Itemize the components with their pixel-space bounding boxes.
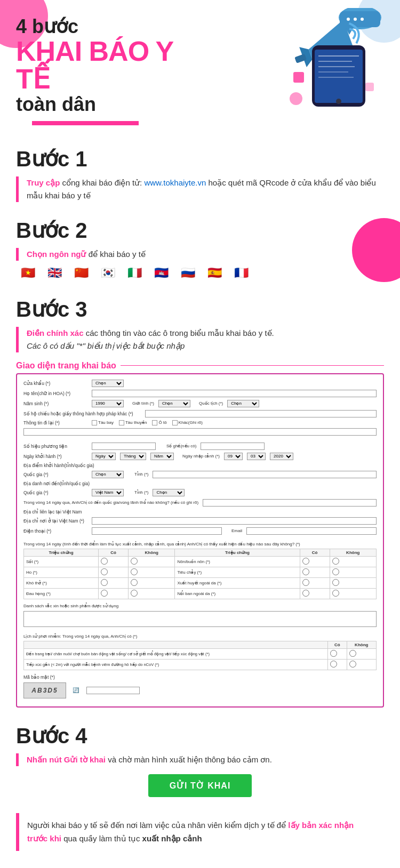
form-row-phone-email: Điện thoại (*) Email [23,527,377,535]
input-so-ghe[interactable] [201,443,265,450]
step4-text: và chờ màn hình xuất hiện thông báo cảm … [108,755,272,764]
input-dc-noi-o[interactable] [92,517,377,525]
step1-text1: cổng khai báo điện tử: [62,178,145,187]
input-vaccine[interactable] [23,611,377,627]
step1-content: Truy cập cổng khai báo điện tử: www.tokh… [16,176,384,202]
captcha-image: AB3D5 [23,682,66,698]
cell-xh-khong[interactable] [330,577,376,588]
cell-dh-co[interactable] [99,588,129,599]
input-ho-ten[interactable] [92,390,377,397]
step1-title: Bước 1 [16,147,384,171]
select-cua-khau[interactable]: Chọn [92,380,124,387]
th-trieu-chung-left: Triệu chứng [24,549,99,556]
symptom-kho-tho: Khó thở (*) [24,577,99,588]
select-tinh2[interactable]: Chọn [153,489,185,496]
cell-non-khong[interactable] [330,556,376,567]
form-row-cua-khau: Cửa khẩu (*) Chọn [23,380,377,387]
svg-point-2 [347,18,350,21]
symptom-ho: Ho (*) [24,567,99,577]
input-extra[interactable] [23,428,377,436]
select-gioi-tinh[interactable]: Chọn [158,400,190,407]
form-row-ho-ten: Họ tên(chữ in HOA) (*) [23,390,377,397]
select-qg2[interactable]: Việt Nam [92,489,124,496]
select-thang-nc[interactable]: 03 [247,453,266,460]
label-nam-sinh: Năm sinh (*) [23,401,87,406]
symptom-tieu-chay: Tiêu chảy (*) [175,567,300,577]
exposure-2-label: Tiếp xúc gần (< 2m) với người mắc bệnh v… [24,659,328,670]
input-so-hc[interactable] [145,410,377,417]
pink-bar [32,121,139,125]
cell-nb-khong[interactable] [330,588,376,599]
select-nam-sinh[interactable]: 1990 [92,400,124,407]
label-so-hieu: Số hiệu phương tiện [23,444,87,449]
label-ngay-nc: Ngày nhập cảnh (*) [182,454,220,459]
label-captcha: Mã bảo mật (*) [23,674,87,680]
checkbox-tau-thuyen[interactable]: Tàu thuyền [119,420,147,425]
form-row-di-lai: Thông tin đi lại (*) Tàu bay Tàu thuyền … [23,420,377,425]
step3-section: Bước 3 Điền chính xác các thông tin vào … [0,286,400,713]
input-vlt[interactable] [203,499,377,507]
select-thang[interactable]: Tháng [120,453,146,460]
step3-text: các thông tin vào các ô trong biểu mẫu k… [86,328,274,337]
checkbox-khac[interactable]: Khác(Ghi rõ) [172,420,203,425]
lich-su-label: Lịch sử phơi nhiễm: Trong vòng 14 ngày q… [23,634,377,639]
label-di-lai: Thông tin đi lại (*) [23,420,87,425]
cell-nb-co[interactable] [300,588,330,599]
th-trieu-chung-right: Triệu chứng [175,549,300,556]
step3-highlight: Điền chính xác [27,328,84,337]
cell-sot-co[interactable] [99,556,129,567]
cell-exp1-khong[interactable] [347,648,376,659]
cell-xh-co[interactable] [300,577,330,588]
input-email[interactable] [246,527,377,535]
exposure-table: Có Không Đến trang trại/ chăn nuôi/ chợ … [23,641,377,670]
label-phone: Điện thoại (*) [23,528,87,534]
th-co-exp: Có [328,641,347,648]
form-row-vaccine: Danh sách vắc xin hoặc sinh phẩm được sử… [23,604,377,608]
cell-tc-khong[interactable] [330,567,376,577]
cell-exp1-co[interactable] [328,648,347,659]
cell-tc-co[interactable] [300,567,330,577]
label-dd-kh: Địa điểm khởi hành(tỉnh/quốc gia) [23,463,94,468]
cell-exp2-khong[interactable] [347,659,376,670]
exposure-row-2: Tiếp xúc gần (< 2m) với người mắc bệnh v… [24,659,377,670]
select-qg1[interactable]: Chọn [92,471,124,478]
cell-kt-co[interactable] [99,577,129,588]
select-quoc-tich[interactable]: Chọn [227,400,259,407]
symptoms-header: Trong vòng 14 ngày (tính đến thời điểm l… [23,542,377,546]
input-captcha[interactable] [86,687,140,694]
cell-ho-khong[interactable] [129,567,175,577]
label-dc-noi-o: Địa chỉ nơi ở tại Việt Nam (*) [23,518,87,524]
cell-sot-khong[interactable] [129,556,175,567]
symptom-non: Nôn/buồn nôn (*) [175,556,300,567]
symptom-row-3: Khó thở (*) Xuất huyết ngoài da (*) [24,577,377,588]
cell-exp2-co[interactable] [328,659,347,670]
svg-rect-10 [315,50,363,103]
checkbox-tau-bay[interactable]: Tàu bay [92,420,114,425]
input-phone[interactable] [92,527,222,535]
select-ngay[interactable]: Ngày [92,453,116,460]
label-vaccine: Danh sách vắc xin hoặc sinh phẩm được sử… [23,604,118,608]
select-nam-nc[interactable]: 2020 [270,453,293,460]
input-tinh1[interactable] [153,471,377,478]
symptom-dau-hong: Đau họng (*) [24,588,99,599]
cell-ho-co[interactable] [99,567,129,577]
cell-non-co[interactable] [300,556,330,567]
form-row-dc-ll: Địa chỉ liên lạc tại Việt Nam [23,509,377,515]
select-ngay-nc[interactable]: 09 [224,453,243,460]
captcha-refresh-icon[interactable]: 🔄 [73,687,79,693]
th-khong-left: Không [129,549,175,556]
checkbox-o-to[interactable]: Ô tô [152,420,166,425]
th-khong-exp: Không [347,641,376,648]
label-ngay-kh: Ngày khởi hành (*) [23,454,87,459]
label-so-hc: Số hộ chiếu hoặc giấy thông hành hợp phá… [23,411,141,416]
select-nam[interactable]: Năm [150,453,174,460]
step1-link[interactable]: www.tokhaiyte.vn [144,178,206,187]
flag-kr: 🇰🇷 [96,265,119,281]
cell-kt-khong[interactable] [129,577,175,588]
header-section: 4 bước KHAI BÁO Y TẾ toàn dân [0,0,400,136]
flag-vn: 🇻🇳 [16,265,39,281]
cell-dh-khong[interactable] [129,588,175,599]
submit-button[interactable]: GỬI TỜ KHAI [148,774,252,797]
form-row-extra [23,428,377,436]
input-so-hieu[interactable] [92,443,156,450]
